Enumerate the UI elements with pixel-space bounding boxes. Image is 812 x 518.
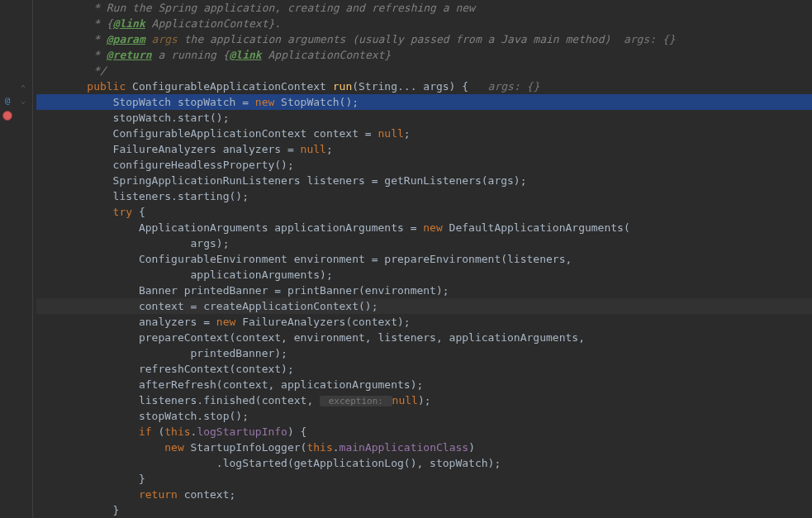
code-line[interactable]: FailureAnalyzers analyzers = null; <box>36 141 812 157</box>
code-line[interactable]: afterRefresh(context, applicationArgumen… <box>36 377 812 392</box>
code-line[interactable]: public ConfigurableApplicationContext ru… <box>36 78 812 94</box>
code-line-highlighted[interactable]: StopWatch stopWatch = new StopWatch(); <box>36 94 812 110</box>
override-marker-icon[interactable]: @ <box>2 94 13 106</box>
code-line[interactable]: analyzers = new FailureAnalyzers(context… <box>36 314 812 330</box>
code-line[interactable]: } <box>36 502 812 518</box>
code-editor[interactable]: @ ⌃ ⌄ * Run the Spring application, crea… <box>0 0 812 518</box>
code-line[interactable]: .logStarted(getApplicationLog(), stopWat… <box>36 455 812 471</box>
code-line[interactable]: * Run the Spring application, creating a… <box>36 0 812 16</box>
code-line[interactable]: try { <box>36 204 812 220</box>
code-line[interactable]: return context; <box>36 487 812 502</box>
code-line[interactable]: refreshContext(context); <box>36 361 812 377</box>
code-line[interactable]: * {@link ApplicationContext}. <box>36 16 812 31</box>
code-line[interactable]: Banner printedBanner = printBanner(envir… <box>36 283 812 298</box>
code-line[interactable]: */ <box>36 63 812 78</box>
code-line[interactable]: new StartupInfoLogger(this.mainApplicati… <box>36 440 812 455</box>
javadoc-text: * Run the Spring application, creating a… <box>61 2 475 14</box>
inlay-hint: args: {} <box>610 33 675 45</box>
code-content[interactable]: * Run the Spring application, creating a… <box>33 0 812 518</box>
code-line[interactable]: SpringApplicationRunListeners listeners … <box>36 173 812 188</box>
code-line[interactable]: listeners.starting(); <box>36 188 812 204</box>
inlay-hint: exception: <box>320 396 392 406</box>
code-line[interactable]: listeners.finished(context, exception: n… <box>36 392 812 408</box>
code-line[interactable]: } <box>36 471 812 487</box>
inlay-hint: args: {} <box>468 80 539 93</box>
code-line[interactable]: ConfigurableApplicationContext context =… <box>36 126 812 141</box>
code-line[interactable]: stopWatch.stop(); <box>36 408 812 424</box>
code-line[interactable]: if (this.logStartupInfo) { <box>36 424 812 440</box>
code-line[interactable]: applicationArguments); <box>36 267 812 283</box>
code-line[interactable]: stopWatch.start(); <box>36 110 812 126</box>
code-line[interactable]: * @param args the application arguments … <box>36 31 812 47</box>
code-line[interactable]: prepareContext(context, environment, lis… <box>36 330 812 345</box>
fold-marker-icon[interactable]: ⌄ <box>21 93 29 108</box>
code-line[interactable]: ConfigurableEnvironment environment = pr… <box>36 251 812 267</box>
code-line-caret[interactable]: context = createApplicationContext(); <box>36 298 812 314</box>
code-line[interactable]: * @return a running {@link ApplicationCo… <box>36 47 812 63</box>
editor-gutter[interactable]: @ ⌃ ⌄ <box>0 0 33 518</box>
code-line[interactable]: configureHeadlessProperty(); <box>36 157 812 173</box>
code-line[interactable]: args); <box>36 235 812 251</box>
breakpoint-icon[interactable] <box>2 110 13 121</box>
code-line[interactable]: ApplicationArguments applicationArgument… <box>36 220 812 235</box>
code-line[interactable]: printedBanner); <box>36 345 812 361</box>
